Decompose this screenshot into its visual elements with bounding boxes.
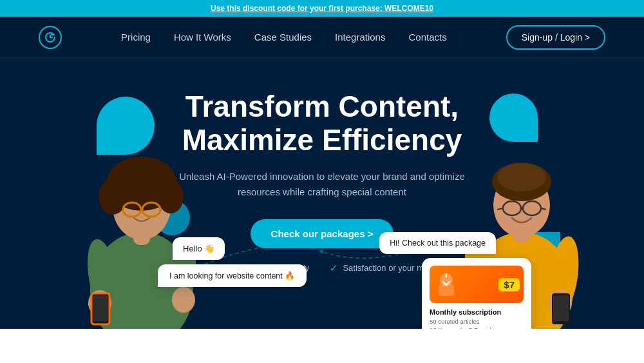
nav-links: Pricing How It Works Case Studies Integr… <box>121 32 447 43</box>
bubble-looking: I am looking for website content 🔥 <box>158 264 307 287</box>
svg-rect-16 <box>93 295 108 321</box>
svg-rect-38 <box>439 284 454 296</box>
hero-subtitle: Unleash AI-Powered innovation to elevate… <box>179 169 465 200</box>
svg-point-6 <box>111 168 134 193</box>
banner-code: WELCOME10 <box>384 4 433 13</box>
package-card-header: $7 <box>430 266 524 303</box>
nav-item-pricing[interactable]: Pricing <box>121 32 151 43</box>
check-packages-button[interactable]: Check our packages > <box>251 219 394 248</box>
svg-point-7 <box>151 169 171 192</box>
nav-item-how-it-works[interactable]: How It Works <box>174 32 231 43</box>
bubble-checkpkg: Hi! Check out this package <box>379 232 496 254</box>
logo[interactable] <box>39 26 62 49</box>
nav-item-contacts[interactable]: Contacts <box>408 32 446 43</box>
navbar: Pricing How It Works Case Studies Integr… <box>0 17 644 58</box>
nav-item-integrations[interactable]: Integrations <box>335 32 385 43</box>
package-card-sub1: 50 curated articles <box>430 318 524 325</box>
nav-item-case-studies[interactable]: Case Studies <box>254 32 312 43</box>
signup-login-button[interactable]: Sign-up / Login > <box>506 25 605 50</box>
package-card-illustration <box>433 268 466 300</box>
svg-rect-33 <box>553 295 569 321</box>
package-card-sub2: 10 Keyword + 5 Providers <box>430 326 524 329</box>
package-card-title: Monthly subscription <box>430 308 524 316</box>
package-discount-badge: $7 <box>498 278 520 291</box>
banner-text: Use this discount code for your first pu… <box>211 4 384 13</box>
logo-icon <box>39 26 62 49</box>
hero-section: Transform Content, Maximize Efficiency U… <box>0 58 644 329</box>
top-banner: Use this discount code for your first pu… <box>0 0 644 17</box>
hero-title: Transform Content, Maximize Efficiency <box>179 90 465 157</box>
bubble-hello: Hello 👋 <box>173 237 225 260</box>
svg-point-14 <box>172 287 195 313</box>
svg-point-22 <box>497 163 546 191</box>
package-card: $7 Monthly subscription 50 curated artic… <box>422 258 531 329</box>
below-hero-section: Efficiency redefined: save time, boost q… <box>0 329 644 363</box>
checkmark-icon-2: ✓ <box>330 262 338 274</box>
